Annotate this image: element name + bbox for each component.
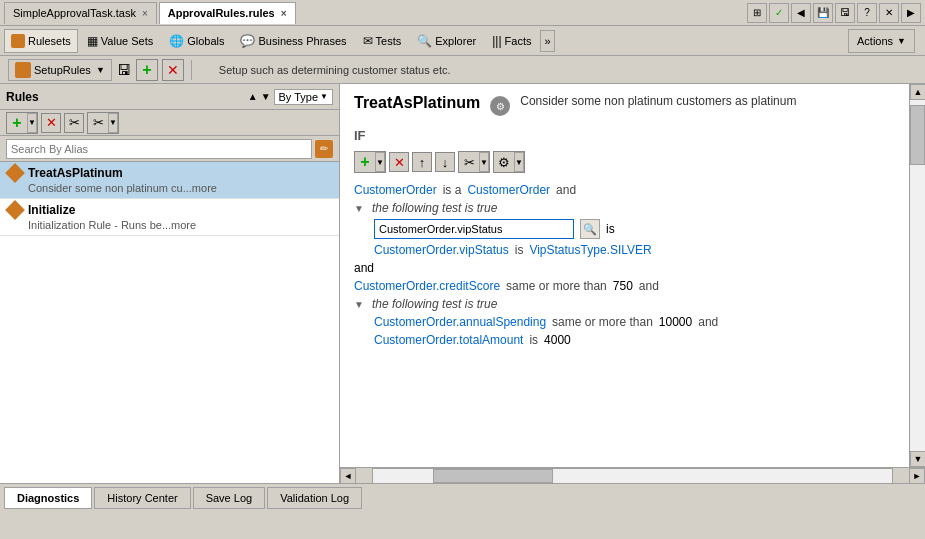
- cond5-and-text: and: [639, 279, 659, 293]
- cut-btn2[interactable]: ✂: [88, 113, 108, 133]
- cut-dropdown-arrow[interactable]: ▼: [108, 113, 118, 133]
- search-clear-button[interactable]: ✏: [315, 140, 333, 158]
- rulesets-button[interactable]: Rulesets: [4, 29, 78, 53]
- tab-approval-rules[interactable]: ApprovalRules.rules ×: [159, 2, 296, 24]
- vip-status-search-icon[interactable]: 🔍: [580, 219, 600, 239]
- rule-editor-header: TreatAsPlatinum ⚙ Consider some non plat…: [354, 94, 895, 116]
- rule-content: TreatAsPlatinum ⚙ Consider some non plat…: [340, 84, 909, 467]
- delete-condition-button[interactable]: ✕: [389, 152, 409, 172]
- search-bar: ✏: [0, 136, 339, 162]
- tab-approval-rules-close[interactable]: ×: [281, 8, 287, 19]
- cut-cond-arrow[interactable]: ▼: [479, 152, 489, 172]
- grid-icon[interactable]: ⊞: [747, 3, 767, 23]
- value-sets-label: Value Sets: [101, 35, 153, 47]
- cond5-same-text: same or more than: [506, 279, 607, 293]
- tab-history-center[interactable]: History Center: [94, 487, 190, 509]
- save-icon[interactable]: 💾: [813, 3, 833, 23]
- remove-button[interactable]: ✕: [41, 113, 61, 133]
- back-icon[interactable]: ◀: [791, 3, 811, 23]
- close-window-icon[interactable]: ✕: [879, 3, 899, 23]
- add-cond-arrow[interactable]: ▼: [375, 152, 385, 172]
- more-toolbar-button[interactable]: »: [540, 30, 554, 52]
- tab-simple-approval-label: SimpleApprovalTask.task: [13, 7, 136, 19]
- tests-button[interactable]: ✉ Tests: [356, 29, 409, 53]
- tab-approval-rules-label: ApprovalRules.rules: [168, 7, 275, 19]
- facts-button[interactable]: ||| Facts: [485, 29, 538, 53]
- cond8-total-link[interactable]: CustomerOrder.totalAmount: [374, 333, 523, 347]
- add-rule-button[interactable]: +: [136, 59, 158, 81]
- cond8-is-text: is: [529, 333, 538, 347]
- tab-validation-log-label: Validation Log: [280, 492, 349, 504]
- rule-editor-description: Consider some non platinum customers as …: [520, 94, 796, 108]
- scroll-up-arrow[interactable]: ▲: [910, 84, 925, 100]
- add-dropdown-arrow[interactable]: ▼: [27, 113, 37, 133]
- cond1-order2-link[interactable]: CustomerOrder: [467, 183, 550, 197]
- by-type-dropdown[interactable]: By Type ▼: [274, 89, 333, 105]
- rules-title: Rules: [6, 90, 39, 104]
- vip-status-input[interactable]: [374, 219, 574, 239]
- gear-cond-button[interactable]: ⚙: [494, 152, 514, 172]
- sort-down-icon[interactable]: ▼: [261, 91, 271, 102]
- globals-button[interactable]: 🌐 Globals: [162, 29, 231, 53]
- condition-line-6: ▼ the following test is true: [354, 297, 895, 311]
- h-scroll-thumb: [433, 469, 553, 483]
- cond4-silver-link[interactable]: VipStatusType.SILVER: [529, 243, 651, 257]
- add-rule-group: + ▼: [6, 112, 38, 134]
- rule-name-treat: TreatAsPlatinum: [28, 166, 123, 180]
- search-input[interactable]: [6, 139, 312, 159]
- cut-cond-button[interactable]: ✂: [459, 152, 479, 172]
- panel-resize-handle[interactable]: [335, 84, 343, 483]
- save-ruleset-icon[interactable]: 🖫: [116, 62, 132, 78]
- add-condition-group: + ▼: [354, 151, 386, 173]
- help-icon[interactable]: ?: [857, 3, 877, 23]
- cut-button[interactable]: ✂: [64, 113, 84, 133]
- tab-save-log[interactable]: Save Log: [193, 487, 265, 509]
- tab-diagnostics[interactable]: Diagnostics: [4, 487, 92, 509]
- rulesets-icon: [11, 34, 25, 48]
- cond4-vip-link[interactable]: CustomerOrder.vipStatus: [374, 243, 509, 257]
- rule-item-init-header: Initialize: [8, 203, 331, 217]
- check-icon[interactable]: ✓: [769, 3, 789, 23]
- tab-validation-log[interactable]: Validation Log: [267, 487, 362, 509]
- add-button[interactable]: +: [7, 113, 27, 133]
- main-toolbar: Rulesets ▦ Value Sets 🌐 Globals 💬 Busine…: [0, 26, 925, 56]
- cond5-credit-link[interactable]: CustomerOrder.creditScore: [354, 279, 500, 293]
- sort-controls: ▲ ▼ By Type ▼: [248, 89, 333, 105]
- rule-editor-name: TreatAsPlatinum: [354, 94, 480, 112]
- condition-line-1: CustomerOrder is a CustomerOrder and: [354, 183, 895, 197]
- tab-simple-approval-close[interactable]: ×: [142, 8, 148, 19]
- add-condition-button[interactable]: +: [355, 152, 375, 172]
- value-sets-button[interactable]: ▦ Value Sets: [80, 29, 160, 53]
- save-alt-icon[interactable]: 🖫: [835, 3, 855, 23]
- cond7-10000-value: 10000: [659, 315, 692, 329]
- cond7-same-text: same or more than: [552, 315, 653, 329]
- vertical-scrollbar[interactable]: ▲ ▼: [909, 84, 925, 467]
- cond1-order-link[interactable]: CustomerOrder: [354, 183, 437, 197]
- rulesets-label: Rulesets: [28, 35, 71, 47]
- h-scroll-track: [372, 468, 893, 484]
- move-up-condition-button[interactable]: ↑: [412, 152, 432, 172]
- rule-item-initialize[interactable]: Initialize Initialization Rule - Runs be…: [0, 199, 339, 236]
- cut-group: ✂ ▼: [87, 112, 119, 134]
- rule-gear-button[interactable]: ⚙: [490, 96, 510, 116]
- collapse-arrow-1[interactable]: ▼: [354, 203, 366, 214]
- more-window-icon[interactable]: ▶: [901, 3, 921, 23]
- scroll-down-arrow[interactable]: ▼: [910, 451, 925, 467]
- collapse-arrow-2[interactable]: ▼: [354, 299, 366, 310]
- gear-cond-arrow[interactable]: ▼: [514, 152, 524, 172]
- h-scroll-right-arrow[interactable]: ►: [909, 468, 925, 484]
- business-phrases-label: Business Phrases: [258, 35, 346, 47]
- explorer-button[interactable]: 🔍 Explorer: [410, 29, 483, 53]
- move-down-condition-button[interactable]: ↓: [435, 152, 455, 172]
- rule-item-treat-as-platinum[interactable]: TreatAsPlatinum Consider some non platin…: [0, 162, 339, 199]
- business-phrases-button[interactable]: 💬 Business Phrases: [233, 29, 353, 53]
- condition-line-and1: and: [354, 261, 895, 275]
- tab-save-log-label: Save Log: [206, 492, 252, 504]
- setup-rules-dropdown[interactable]: SetupRules ▼: [8, 59, 112, 81]
- actions-button[interactable]: Actions ▼: [848, 29, 915, 53]
- cond7-annual-link[interactable]: CustomerOrder.annualSpending: [374, 315, 546, 329]
- sort-up-icon[interactable]: ▲: [248, 91, 258, 102]
- delete-rule-button[interactable]: ✕: [162, 59, 184, 81]
- tab-simple-approval[interactable]: SimpleApprovalTask.task ×: [4, 2, 157, 24]
- actions-chevron-icon: ▼: [897, 36, 906, 46]
